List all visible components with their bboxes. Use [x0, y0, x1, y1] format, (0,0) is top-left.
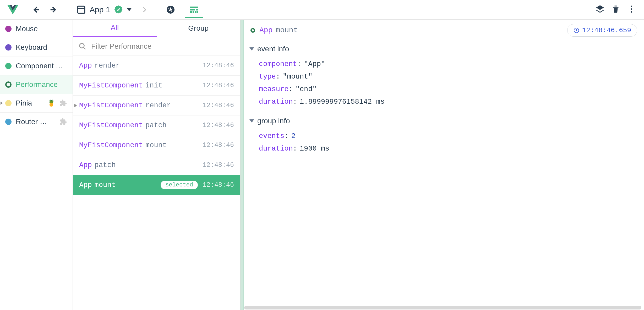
- sidebar-item[interactable]: Keyboard: [0, 38, 73, 57]
- selected-badge: selected: [161, 181, 198, 189]
- sidebar-item[interactable]: Component …: [0, 57, 73, 75]
- event-title: MyFistComponentinit: [79, 82, 200, 90]
- event-row[interactable]: MyFistComponentmount12:48:46: [73, 135, 240, 155]
- main-area: MouseKeyboardComponent …PerformancePinia…: [0, 20, 644, 310]
- pinia-emoji-icon: 🍍: [47, 99, 55, 107]
- event-time: 12:48:46: [203, 102, 234, 109]
- collapse-caret-icon: [249, 119, 254, 123]
- kv-row: component:"App": [259, 58, 644, 70]
- event-title: Apppatch: [79, 161, 200, 169]
- detail-timestamp-pill: 12:48:46.659: [567, 24, 637, 37]
- detail-timestamp: 12:48:46.659: [582, 26, 631, 34]
- expand-caret-icon: [74, 104, 77, 107]
- kv-row: measure:"end": [259, 83, 644, 96]
- dropdown-caret-icon[interactable]: [127, 7, 132, 12]
- event-row[interactable]: MyFistComponentinit12:48:46: [73, 76, 240, 96]
- event-list: Apprender12:48:46MyFistComponentinit12:4…: [73, 56, 240, 310]
- event-row[interactable]: Apprender12:48:46: [73, 56, 240, 76]
- layer-dot-icon: [5, 26, 12, 32]
- breadcrumb-chevron-icon: [140, 6, 148, 14]
- kv-row: type:"mount": [259, 70, 644, 83]
- layer-dot-icon: [5, 44, 12, 51]
- svg-rect-10: [193, 11, 194, 13]
- filter-input[interactable]: [91, 42, 234, 51]
- section-header[interactable]: group info: [244, 113, 644, 129]
- sidebar-item-label: Router …: [16, 118, 55, 126]
- event-row[interactable]: Appmountselected12:48:46: [73, 175, 240, 195]
- nav-back-button[interactable]: [29, 2, 43, 17]
- events-panel: All Group Apprender12:48:46MyFistCompone…: [73, 20, 241, 310]
- svg-rect-6: [190, 7, 198, 8]
- detail-title: App mount: [259, 26, 298, 34]
- expand-caret-icon: [1, 102, 3, 105]
- sidebar-item[interactable]: Mouse: [0, 20, 73, 38]
- sidebar-item[interactable]: Router …: [0, 113, 73, 131]
- subtab-all[interactable]: All: [73, 20, 157, 37]
- sidebar-item-label: Keyboard: [16, 43, 67, 52]
- sidebar-item-label: Component …: [16, 62, 67, 70]
- event-title: MyFistComponentpatch: [79, 121, 200, 129]
- inspector-tab[interactable]: [161, 1, 180, 18]
- more-menu-button[interactable]: [627, 4, 636, 15]
- section-body: events:2duration:1900 ms: [244, 129, 644, 160]
- app-frame-icon: [77, 5, 86, 14]
- detail-title-action: mount: [276, 26, 298, 34]
- svg-line-17: [84, 47, 86, 49]
- collapse-caret-icon: [249, 47, 254, 51]
- splitter[interactable]: [241, 20, 244, 310]
- plugin-puzzle-icon: [59, 99, 67, 107]
- event-row[interactable]: MyFistComponentrender12:48:46: [73, 96, 240, 115]
- event-subtabs: All Group: [73, 20, 240, 37]
- subtab-group[interactable]: Group: [157, 20, 241, 37]
- event-time: 12:48:46: [203, 181, 234, 189]
- event-time: 12:48:46: [203, 82, 234, 89]
- event-row[interactable]: Apppatch12:48:46: [73, 155, 240, 175]
- event-title: Apprender: [79, 62, 200, 70]
- event-title: Appmount: [79, 181, 159, 189]
- layer-ring-icon: [5, 81, 12, 88]
- event-title: MyFistComponentrender: [79, 102, 200, 109]
- svg-rect-11: [195, 11, 197, 13]
- kv-row: duration:1.899999976158142 ms: [259, 96, 644, 108]
- view-tabs: [161, 1, 203, 18]
- event-time: 12:48:46: [203, 141, 234, 149]
- layer-dot-icon: [5, 100, 12, 106]
- sidebar-item-label: Pinia: [16, 99, 43, 107]
- layer-dot-icon: [5, 119, 12, 125]
- layers-button[interactable]: [595, 4, 605, 15]
- plugin-puzzle-icon: [59, 118, 67, 126]
- svg-rect-8: [196, 9, 198, 10]
- detail-header: App mount 12:48:46.659: [244, 20, 644, 41]
- clear-button[interactable]: [611, 4, 620, 15]
- sidebar-item[interactable]: Pinia🍍: [0, 94, 73, 113]
- event-time: 12:48:46: [203, 161, 234, 169]
- clock-icon: [573, 27, 580, 34]
- verified-badge-icon: [114, 5, 123, 14]
- section-header[interactable]: event info: [244, 41, 644, 57]
- svg-point-16: [80, 43, 84, 48]
- top-toolbar: App 1: [0, 0, 644, 20]
- app-selector[interactable]: App 1: [74, 5, 151, 14]
- horizontal-scrollbar[interactable]: [244, 306, 641, 309]
- detail-section: group infoevents:2duration:1900 ms: [244, 113, 644, 160]
- kv-row: events:2: [259, 130, 644, 142]
- svg-rect-2: [78, 6, 85, 13]
- event-time: 12:48:46: [203, 62, 234, 69]
- detail-title-component: App: [259, 26, 272, 34]
- nav-forward-button[interactable]: [46, 2, 61, 17]
- timeline-tab[interactable]: [185, 1, 203, 18]
- layer-dot-icon: [5, 63, 12, 69]
- event-title: MyFistComponentmount: [79, 141, 200, 149]
- section-body: component:"App"type:"mount"measure:"end"…: [244, 57, 644, 113]
- svg-rect-9: [190, 11, 192, 13]
- sidebar-item-label: Performance: [16, 80, 67, 89]
- filter-row: [73, 37, 240, 56]
- sidebar-item[interactable]: Performance: [0, 75, 73, 94]
- event-type-dot-icon: [250, 28, 255, 33]
- svg-point-14: [631, 8, 632, 10]
- svg-point-15: [631, 11, 632, 13]
- sidebar-item-label: Mouse: [16, 25, 67, 33]
- svg-rect-12: [197, 11, 198, 13]
- event-row[interactable]: MyFistComponentpatch12:48:46: [73, 115, 240, 135]
- vue-logo-icon: [7, 4, 18, 15]
